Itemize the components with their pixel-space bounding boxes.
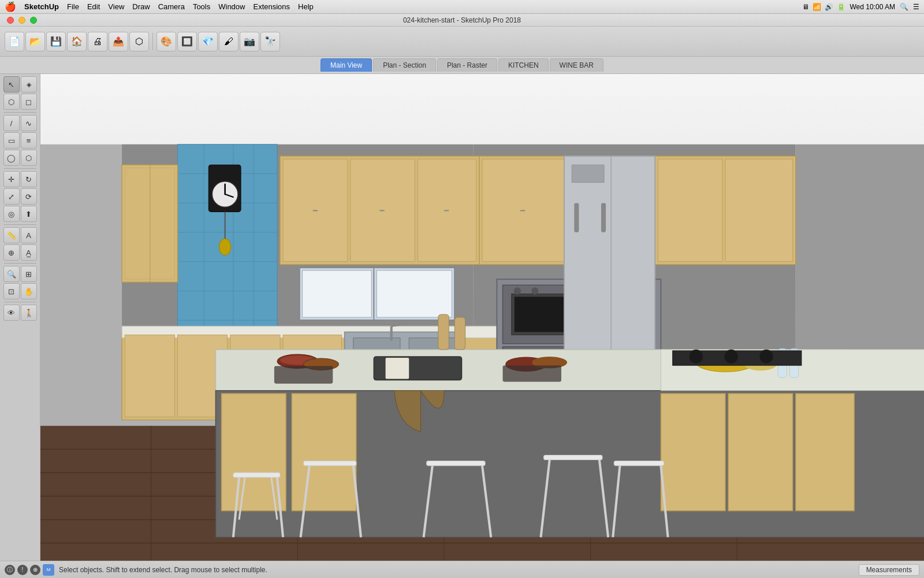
tool-row-4: ▭ ≡	[3, 132, 37, 149]
tool-sep-1	[4, 112, 36, 113]
tool-rotate[interactable]: ↻	[21, 171, 37, 187]
svg-rect-100	[544, 455, 602, 460]
svg-rect-109	[274, 366, 333, 383]
wifi-icon: 📶	[813, 3, 821, 11]
status-warning-icon[interactable]: !	[17, 565, 28, 575]
tab-kitchen[interactable]: KITCHEN	[498, 58, 549, 72]
view-menu[interactable]: View	[108, 2, 124, 11]
tool-select[interactable]: ↖	[3, 76, 20, 92]
spotlight-icon[interactable]: 🔍	[900, 3, 908, 11]
tool-pan[interactable]: ✋	[21, 283, 37, 299]
svg-rect-88	[796, 394, 854, 511]
tool-axis[interactable]: ⊕	[3, 244, 20, 261]
tool-row-2: ⬡ ◻	[3, 94, 37, 110]
tool-move[interactable]: ✛	[3, 171, 20, 187]
tab-plan-section[interactable]: Plan - Section	[373, 58, 436, 72]
statusbar-icons: ⓘ ! ⊕ M	[5, 564, 54, 576]
tab-wine-bar[interactable]: WINE BAR	[550, 58, 603, 72]
toolbar-style[interactable]: 🖌	[219, 32, 239, 51]
tool-row-6: ✛ ↻	[3, 171, 37, 187]
tool-offset[interactable]: ◎	[3, 206, 20, 222]
tool-zoomextents[interactable]: ⊡	[3, 283, 20, 299]
status-model-icon[interactable]: M	[43, 564, 54, 576]
tool-row-7: ⤢ ⟳	[3, 188, 37, 205]
apple-menu[interactable]: 🍎	[5, 1, 16, 12]
window-controls	[7, 17, 37, 24]
tool-row-13: 👁 🚶	[3, 305, 37, 321]
tab-plan-raster[interactable]: Plan - Raster	[437, 58, 497, 72]
help-menu[interactable]: Help	[298, 2, 314, 11]
tool-followme[interactable]: ⟳	[21, 188, 37, 205]
svg-point-124	[759, 350, 773, 364]
tool-3dtext[interactable]: A̲	[21, 244, 37, 261]
toolbar-save[interactable]: 💾	[46, 32, 66, 51]
tools-menu[interactable]: Tools	[193, 2, 210, 11]
notification-icon[interactable]: ☰	[913, 3, 919, 11]
statusbar: ⓘ ! ⊕ M Select objects. Shift to extend …	[0, 561, 924, 578]
tool-polygon[interactable]: ⬡	[21, 150, 37, 166]
left-toolbar: ↖ ◈ ⬡ ◻ / ∿ ▭ ≡ ◯ ⬡ ✛ ↻ ⤢ ⟳ ◎	[0, 74, 40, 561]
extensions-menu[interactable]: Extensions	[253, 2, 290, 11]
tool-arc[interactable]: ∿	[21, 115, 37, 131]
draw-menu[interactable]: Draw	[132, 2, 150, 11]
toolbar-view2[interactable]: 🔭	[260, 32, 280, 51]
svg-rect-85	[292, 394, 356, 511]
toolbar-render[interactable]: 💎	[198, 32, 218, 51]
viewport[interactable]	[40, 74, 924, 561]
tool-line[interactable]: /	[3, 115, 20, 131]
tab-main-view[interactable]: Main View	[321, 58, 372, 72]
tool-eraser[interactable]: ◻	[21, 94, 37, 110]
tool-zoom[interactable]: 🔍	[3, 266, 20, 282]
tool-pushpull2[interactable]: ⬆	[21, 206, 37, 222]
edit-menu[interactable]: Edit	[87, 2, 100, 11]
svg-rect-94	[304, 461, 356, 466]
toolbar-wireframe[interactable]: 🔲	[177, 32, 197, 51]
tabbar: Main View Plan - Section Plan - Raster K…	[0, 57, 924, 74]
tool-component[interactable]: ◈	[21, 76, 37, 92]
toolbar-components[interactable]: ⬡	[129, 32, 149, 51]
tool-circle[interactable]: ◯	[3, 150, 20, 166]
toolbar-print[interactable]: 🖨	[88, 32, 107, 51]
tool-orbit[interactable]: 👁	[3, 305, 20, 321]
svg-rect-120	[454, 317, 465, 350]
kitchen-illustration	[40, 74, 924, 561]
svg-rect-41	[379, 210, 384, 211]
close-button[interactable]	[7, 17, 14, 24]
screen-icon: 🖥	[802, 3, 809, 11]
measurements-label: Measurements	[866, 566, 912, 574]
tool-row-3: / ∿	[3, 115, 37, 131]
tool-row-12: ⊡ ✋	[3, 283, 37, 299]
window-menu[interactable]: Window	[218, 2, 245, 11]
status-geo-icon[interactable]: ⊕	[30, 565, 40, 575]
tool-scale[interactable]: ⤢	[3, 188, 20, 205]
app-name-menu[interactable]: SketchUp	[24, 2, 59, 11]
tool-walk[interactable]: 🚶	[21, 305, 37, 321]
tool-tape[interactable]: 📏	[3, 227, 20, 243]
tool-pushpull[interactable]: ≡	[21, 132, 37, 149]
toolbar-export[interactable]: 📤	[109, 32, 128, 51]
menubar-icons: 🖥 📶 🔊 🔋	[802, 3, 845, 11]
toolbar-open[interactable]: 📂	[25, 32, 45, 51]
camera-menu[interactable]: Camera	[158, 2, 185, 11]
svg-rect-78	[574, 203, 579, 232]
tool-row-9: 📏 A	[3, 227, 37, 243]
file-menu[interactable]: File	[67, 2, 79, 11]
minimize-button[interactable]	[18, 17, 25, 24]
toolbar-home[interactable]: 🏠	[67, 32, 87, 51]
tool-zoomwindow[interactable]: ⊞	[21, 266, 37, 282]
toolbar-new[interactable]: 📄	[5, 32, 24, 51]
toolbar-view1[interactable]: 📷	[240, 32, 259, 51]
main-content: ↖ ◈ ⬡ ◻ / ∿ ▭ ≡ ◯ ⬡ ✛ ↻ ⤢ ⟳ ◎	[0, 74, 924, 561]
status-info-icon[interactable]: ⓘ	[5, 565, 15, 575]
clock: Wed 10:00 AM	[850, 3, 896, 11]
volume-icon: 🔊	[825, 3, 833, 11]
svg-rect-33	[122, 165, 177, 282]
tool-text[interactable]: A	[21, 227, 37, 243]
tool-paint[interactable]: ⬡	[3, 94, 20, 110]
toolbar-materials[interactable]: 🎨	[157, 32, 176, 51]
svg-rect-49	[658, 159, 722, 262]
tool-rect[interactable]: ▭	[3, 132, 20, 149]
tool-sep-2	[4, 168, 36, 169]
menubar: 🍎 SketchUp File Edit View Draw Camera To…	[0, 0, 924, 14]
maximize-button[interactable]	[30, 17, 37, 24]
